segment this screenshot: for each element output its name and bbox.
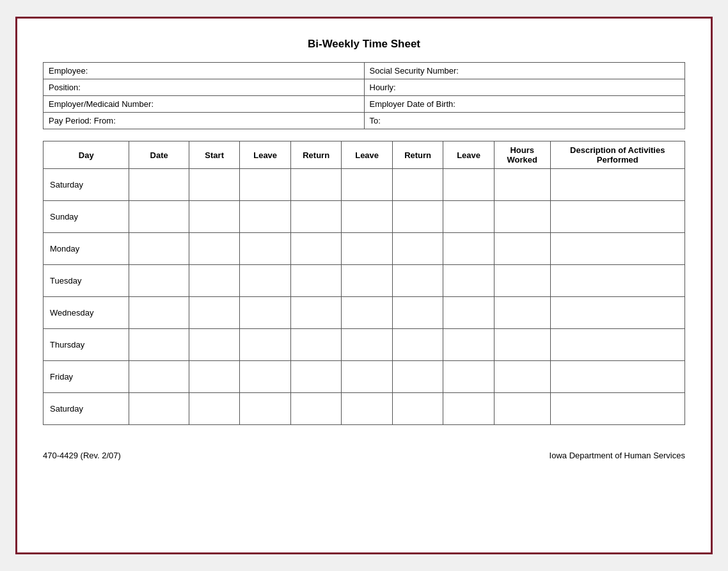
- data-cell: [494, 297, 550, 329]
- data-cell: [342, 329, 392, 361]
- day-cell: Saturday: [44, 393, 129, 425]
- col-header-leave2: Leave: [342, 141, 392, 169]
- data-cell: [290, 329, 341, 361]
- col-header-start: Start: [189, 141, 239, 169]
- ssn-label: Social Security Number:: [364, 63, 685, 79]
- data-cell: [443, 169, 494, 201]
- data-cell: [550, 393, 684, 425]
- employer-medicaid-label: Employer/Medicaid Number:: [44, 96, 365, 113]
- data-cell: [189, 265, 239, 297]
- data-cell: [494, 233, 550, 265]
- data-cell: [129, 297, 189, 329]
- data-cell: [290, 361, 341, 393]
- day-cell: Sunday: [44, 201, 129, 233]
- col-header-day: Day: [44, 141, 129, 169]
- data-cell: [240, 265, 290, 297]
- data-cell: [443, 233, 494, 265]
- day-cell: Monday: [44, 233, 129, 265]
- data-cell: [392, 361, 443, 393]
- data-cell: [189, 393, 239, 425]
- data-cell: [189, 329, 239, 361]
- main-table: Day Date Start Leave Return Leave Return…: [43, 141, 685, 425]
- data-cell: [129, 265, 189, 297]
- data-cell: [129, 393, 189, 425]
- col-header-leave3: Leave: [443, 141, 494, 169]
- day-cell: Friday: [44, 361, 129, 393]
- day-cell: Wednesday: [44, 297, 129, 329]
- data-cell: [240, 361, 290, 393]
- employer-dob-label: Employer Date of Birth:: [364, 96, 685, 113]
- data-cell: [290, 169, 341, 201]
- table-row: Thursday: [44, 329, 685, 361]
- table-row: Wednesday: [44, 297, 685, 329]
- data-cell: [290, 265, 341, 297]
- data-cell: [443, 361, 494, 393]
- data-cell: [550, 265, 684, 297]
- day-cell: Tuesday: [44, 265, 129, 297]
- data-cell: [392, 297, 443, 329]
- data-cell: [129, 233, 189, 265]
- data-cell: [342, 233, 392, 265]
- data-cell: [550, 361, 684, 393]
- day-cell: Saturday: [44, 169, 129, 201]
- data-cell: [240, 393, 290, 425]
- table-row: Saturday: [44, 169, 685, 201]
- department-name: Iowa Department of Human Services: [550, 451, 685, 460]
- data-cell: [443, 329, 494, 361]
- data-cell: [342, 393, 392, 425]
- data-cell: [129, 361, 189, 393]
- data-cell: [392, 265, 443, 297]
- data-cell: [290, 393, 341, 425]
- data-cell: [240, 169, 290, 201]
- data-cell: [342, 297, 392, 329]
- data-cell: [189, 169, 239, 201]
- page: Bi-Weekly Time Sheet Employee: Social Se…: [15, 17, 713, 554]
- data-cell: [494, 201, 550, 233]
- data-cell: [494, 329, 550, 361]
- data-cell: [342, 201, 392, 233]
- data-cell: [443, 201, 494, 233]
- employee-label: Employee:: [44, 63, 365, 79]
- col-header-hours-worked: HoursWorked: [494, 141, 550, 169]
- data-cell: [494, 393, 550, 425]
- data-cell: [129, 201, 189, 233]
- data-cell: [550, 201, 684, 233]
- data-cell: [443, 265, 494, 297]
- info-table: Employee: Social Security Number: Positi…: [43, 62, 685, 129]
- data-cell: [392, 233, 443, 265]
- col-header-return1: Return: [290, 141, 341, 169]
- pay-period-label: Pay Period: From:: [44, 113, 365, 129]
- data-cell: [550, 329, 684, 361]
- table-row: Tuesday: [44, 265, 685, 297]
- table-row: Sunday: [44, 201, 685, 233]
- data-cell: [240, 329, 290, 361]
- data-cell: [290, 297, 341, 329]
- page-title: Bi-Weekly Time Sheet: [43, 38, 685, 51]
- data-cell: [494, 361, 550, 393]
- data-cell: [342, 361, 392, 393]
- table-row: Friday: [44, 361, 685, 393]
- data-cell: [189, 201, 239, 233]
- position-label: Position:: [44, 79, 365, 96]
- data-cell: [392, 201, 443, 233]
- to-label: To:: [364, 113, 685, 129]
- data-cell: [189, 233, 239, 265]
- data-cell: [392, 329, 443, 361]
- hourly-label: Hourly:: [364, 79, 685, 96]
- col-header-return2: Return: [392, 141, 443, 169]
- col-header-date: Date: [129, 141, 189, 169]
- data-cell: [129, 169, 189, 201]
- data-cell: [189, 361, 239, 393]
- col-header-leave1: Leave: [240, 141, 290, 169]
- form-number: 470-4429 (Rev. 2/07): [43, 451, 121, 460]
- data-cell: [240, 233, 290, 265]
- data-cell: [189, 297, 239, 329]
- table-row: Monday: [44, 233, 685, 265]
- data-cell: [443, 393, 494, 425]
- data-cell: [290, 233, 341, 265]
- data-cell: [342, 169, 392, 201]
- data-cell: [494, 265, 550, 297]
- data-cell: [494, 169, 550, 201]
- data-cell: [240, 297, 290, 329]
- data-cell: [392, 169, 443, 201]
